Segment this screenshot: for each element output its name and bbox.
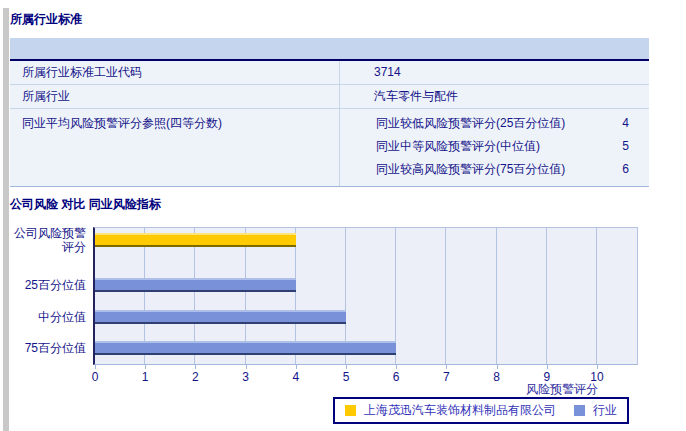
x-tick [95,365,96,369]
y-category-label: 公司风险预警评分 [10,226,86,254]
gridline [445,228,446,364]
x-tick-label: 8 [477,370,517,384]
x-tick-label: 1 [125,370,165,384]
section-title-industry-standard: 所属行业标准 [10,11,82,28]
x-tick-label: 9 [527,370,567,384]
subrow-value: 4 [599,112,629,135]
row-value: 汽车零件与配件 [340,85,649,108]
section-title-risk-comparison: 公司风险 对比 同业风险指标 [10,196,161,213]
subrow-value: 6 [599,158,629,181]
quartile-subtable: 同业较低风险预警评分(25百分位值) 4 同业中等风险预警评分(中位值) 5 同… [340,109,649,186]
x-tick [346,365,347,369]
gridline [496,228,497,364]
x-tick-label: 4 [276,370,316,384]
x-tick-label: 0 [75,370,115,384]
table-row-quartile-scores: 同业平均风险预警评分参照(四等分数) 同业较低风险预警评分(25百分位值) 4 … [10,109,649,187]
risk-chart: 风险预警评分 上海茂迅汽车装饰材料制品有限公司行业 012345678910公司… [0,215,686,431]
subrow-label: 同业中等风险预警评分(中位值) [376,135,599,158]
subrow-low-risk: 同业较低风险预警评分(25百分位值) 4 [376,112,629,135]
x-tick-label: 5 [326,370,366,384]
chart-bar [95,233,296,247]
x-tick-label: 6 [376,370,416,384]
x-tick [597,365,598,369]
row-value: 3714 [340,61,649,84]
table-row-industry: 所属行业 汽车零件与配件 [10,85,649,109]
y-category-label: 中分位值 [10,310,86,324]
subrow-medium-risk: 同业中等风险预警评分(中位值) 5 [376,135,629,158]
industry-swatch-icon [574,405,585,416]
x-tick [195,365,196,369]
company-swatch-icon [345,405,356,416]
table-header-band [10,38,649,61]
chart-bar [95,278,296,292]
x-tick [497,365,498,369]
table-row-sic-code: 所属行业标准工业代码 3714 [10,61,649,85]
gridline [596,228,597,364]
x-tick [396,365,397,369]
chart-bar [95,341,396,355]
x-tick [145,365,146,369]
gridline [546,228,547,364]
subrow-value: 5 [599,135,629,158]
y-category-label: 75百分位值 [10,341,86,355]
x-tick-label: 3 [226,370,266,384]
x-tick [547,365,548,369]
x-tick-label: 2 [175,370,215,384]
row-label: 同业平均风险预警评分参照(四等分数) [10,109,340,186]
x-tick [246,365,247,369]
subrow-label: 同业较高风险预警评分(75百分位值) [376,158,599,181]
x-tick-label: 10 [577,370,617,384]
legend-item: 上海茂迅汽车装饰材料制品有限公司 [345,402,556,419]
subrow-label: 同业较低风险预警评分(25百分位值) [376,112,599,135]
x-tick [446,365,447,369]
legend-label: 行业 [593,402,617,419]
plot-area [93,227,638,365]
legend-label: 上海茂迅汽车装饰材料制品有限公司 [364,402,556,419]
report-page: 所属行业标准 所属行业标准工业代码 3714 所属行业 汽车零件与配件 同业平均… [0,0,686,431]
row-label: 所属行业 [10,85,340,108]
y-category-label: 25百分位值 [10,278,86,292]
row-label: 所属行业标准工业代码 [10,61,340,84]
x-tick [296,365,297,369]
x-tick-label: 7 [426,370,466,384]
industry-standard-table: 所属行业标准工业代码 3714 所属行业 汽车零件与配件 同业平均风险预警评分参… [10,38,649,187]
legend-item: 行业 [574,402,617,419]
chart-legend: 上海茂迅汽车装饰材料制品有限公司行业 [333,397,629,424]
chart-bar [95,310,346,324]
subrow-high-risk: 同业较高风险预警评分(75百分位值) 6 [376,158,629,181]
